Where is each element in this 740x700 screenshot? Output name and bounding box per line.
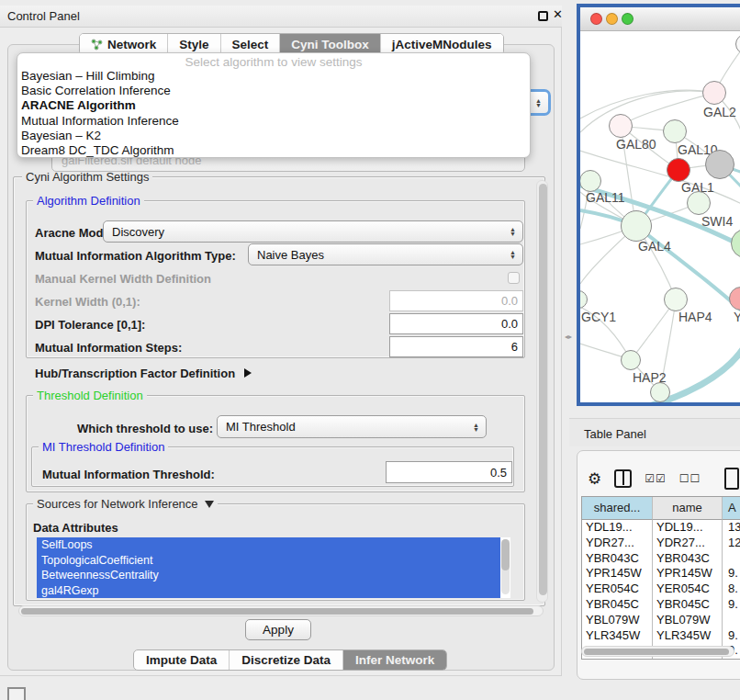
node-label: GAL80 <box>616 137 656 152</box>
select-all-checks-icon[interactable]: ☑☑ <box>645 472 667 485</box>
table-cell[interactable]: YBR043C <box>582 551 652 567</box>
network-node[interactable] <box>650 382 670 402</box>
table-cell[interactable]: 9. <box>722 597 740 613</box>
settings-vertical-scrollbar-thumb[interactable] <box>539 184 547 595</box>
network-node-gal2[interactable] <box>702 81 726 105</box>
kernel-width-field[interactable]: 0.0 <box>389 290 523 311</box>
algorithm-option[interactable]: Mutual Information Inference <box>17 114 530 129</box>
float-window-icon[interactable] <box>538 11 548 21</box>
table-cell[interactable]: 9. <box>722 566 740 581</box>
table-cell[interactable]: YPR145W <box>582 566 652 581</box>
table-horizontal-scrollbar-thumb[interactable] <box>584 649 729 655</box>
mi-type-select[interactable]: Naive Bayes ▲▼ <box>248 243 523 265</box>
table-cell[interactable]: 13 <box>722 520 740 536</box>
columns-icon[interactable] <box>614 469 632 488</box>
table-cell[interactable]: YBL079W <box>582 613 652 628</box>
table-cell[interactable]: YPR145W <box>652 566 722 581</box>
column-header[interactable]: name <box>652 497 722 520</box>
table-horizontal-scrollbar[interactable] <box>581 646 734 657</box>
table-row[interactable]: YPR145WYPR145W9. <box>582 566 740 581</box>
algorithm-option[interactable]: Bayesian – K2 <box>17 129 530 143</box>
table-cell[interactable]: YDL19... <box>582 520 652 536</box>
table-row[interactable]: YBR045CYBR045C9. <box>582 597 740 613</box>
table-cell[interactable]: YER054C <box>582 581 652 597</box>
column-header[interactable]: A <box>722 497 740 520</box>
table-row[interactable]: YBL079WYBL079W <box>582 613 740 628</box>
table-cell[interactable] <box>722 613 740 628</box>
close-icon[interactable]: ✕ <box>553 7 563 21</box>
network-node-gal10[interactable] <box>663 119 687 143</box>
network-node-gal11[interactable] <box>580 170 601 192</box>
attribute-item[interactable]: TopologicalCoefficient <box>37 553 500 569</box>
deselect-all-checks-icon[interactable]: ☐☐ <box>679 472 701 485</box>
column-header[interactable]: shared... <box>582 497 652 520</box>
table-cell[interactable]: YBR045C <box>652 597 722 613</box>
settings-vertical-scrollbar[interactable] <box>536 180 548 603</box>
table-cell[interactable]: YBR045C <box>582 597 652 613</box>
table-cell[interactable]: YBL079W <box>652 613 722 628</box>
table-cell[interactable]: YDR27... <box>582 536 652 551</box>
split-pane-grip-icon[interactable]: ◂▸ <box>565 333 572 341</box>
table-row[interactable]: YLR345WYLR345W9. <box>582 628 740 644</box>
table-row[interactable]: YER054CYER054C8. <box>582 581 740 597</box>
table-cell[interactable]: YDR27... <box>652 536 722 551</box>
algorithm-option[interactable]: Bayesian – Hill Climbing <box>17 69 530 84</box>
table-cell[interactable]: YLR345W <box>652 628 722 644</box>
tab-infer-network[interactable]: Infer Network <box>343 650 446 670</box>
hub-definition-toggle[interactable]: Hub/Transcription Factor Definition <box>35 367 252 380</box>
zoom-traffic-light-icon[interactable] <box>622 13 633 25</box>
table-cell[interactable]: 8. <box>722 581 740 597</box>
network-node-gal80[interactable] <box>609 114 633 138</box>
mi-threshold-field[interactable]: 0.5 <box>386 461 512 483</box>
network-node-gal1[interactable] <box>667 158 690 182</box>
aracne-mode-select[interactable]: Discovery ▲▼ <box>103 220 523 243</box>
table-cell[interactable]: YER054C <box>652 581 722 597</box>
table-row[interactable]: YDR27...YDR27...12 <box>582 536 740 551</box>
table-header-row: shared...nameA <box>582 497 740 520</box>
close-traffic-light-icon[interactable] <box>590 13 602 25</box>
tab-discretize-data[interactable]: Discretize Data <box>230 650 343 670</box>
network-node-hap2[interactable] <box>621 350 641 370</box>
dpi-tolerance-field[interactable]: 0.0 <box>389 313 523 334</box>
tab-style[interactable]: Style <box>168 34 220 54</box>
settings-horizontal-scrollbar-thumb[interactable] <box>21 608 533 615</box>
minimized-panel-icon[interactable] <box>7 687 26 700</box>
tab-network[interactable]: Network <box>80 34 168 54</box>
settings-horizontal-scrollbar[interactable] <box>18 605 544 616</box>
attributes-scrollbar-thumb[interactable] <box>501 539 510 570</box>
tab-cyni-toolbox[interactable]: Cyni Toolbox <box>280 34 381 54</box>
network-canvas[interactable]: GAL2GAL80GAL10GAL1GAL11SWI4GAL4GCY1HAP4Y… <box>580 31 740 402</box>
algorithm-option[interactable]: Basic Correlation Inference <box>17 84 530 98</box>
table-cell[interactable]: 9. <box>722 628 740 644</box>
sources-legend[interactable]: Sources for Network Inference <box>33 497 218 511</box>
mi-threshold-legend: MI Threshold Definition <box>39 440 168 454</box>
table-cell[interactable]: YLR345W <box>582 628 652 644</box>
minimize-traffic-light-icon[interactable] <box>606 13 618 25</box>
network-node[interactable] <box>705 150 734 179</box>
tab-impute-data[interactable]: Impute Data <box>134 650 230 670</box>
attribute-item[interactable]: SelfLoops <box>37 537 500 553</box>
table-cell[interactable] <box>722 551 740 567</box>
table-cell[interactable]: YBR043C <box>652 551 722 567</box>
table-cell[interactable]: 12 <box>722 536 740 551</box>
network-node-hap4[interactable] <box>664 288 688 311</box>
gear-icon[interactable]: ⚙ <box>588 469 601 489</box>
tab-select[interactable]: Select <box>221 34 281 54</box>
algorithm-option[interactable]: ARACNE Algorithm <box>17 98 530 113</box>
which-threshold-select[interactable]: MI Threshold ▲▼ <box>217 415 487 438</box>
network-window-titlebar[interactable] <box>580 7 740 31</box>
tab-jactivemnodules[interactable]: jActiveMNodules <box>381 34 503 54</box>
table-cell[interactable]: YDL19... <box>652 520 722 536</box>
attribute-item[interactable]: gal4RGexp <box>37 583 500 599</box>
apply-button[interactable]: Apply <box>245 619 311 640</box>
mi-steps-field[interactable]: 6 <box>389 336 523 357</box>
network-node-gal4[interactable] <box>621 210 652 242</box>
attribute-item[interactable]: BetweennessCentrality <box>37 568 500 583</box>
manual-kernel-checkbox[interactable] <box>508 272 520 284</box>
table-row[interactable]: YBR043CYBR043C <box>582 551 740 567</box>
algorithm-option[interactable]: Dream8 DC_TDC Algorithm <box>17 143 530 158</box>
document-icon[interactable] <box>724 468 739 490</box>
attributes-scrollbar[interactable] <box>501 539 510 594</box>
table-row[interactable]: YDL19...YDL19...13 <box>582 520 740 536</box>
network-node-swi4[interactable] <box>687 191 711 215</box>
